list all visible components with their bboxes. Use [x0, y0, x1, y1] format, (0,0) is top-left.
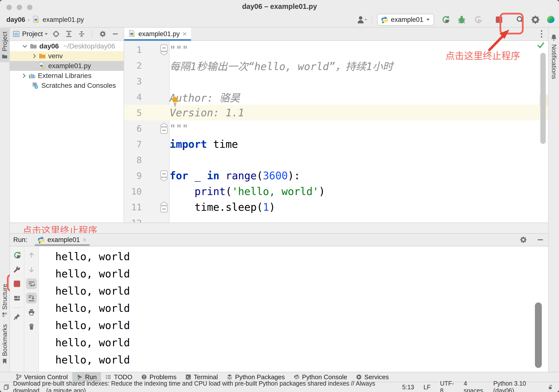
close-tab-icon[interactable]	[182, 31, 187, 36]
status-message[interactable]: Download pre-built shared indexes: Reduc…	[13, 380, 402, 392]
tree-row-day06[interactable]: day06 ~/Desktop/day06	[10, 41, 124, 51]
rerun-program-button[interactable]	[12, 250, 22, 261]
chevron-down-icon[interactable]	[44, 33, 48, 35]
python-file-icon	[38, 62, 46, 70]
expand-all-icon[interactable]	[65, 30, 72, 37]
code-line-3[interactable]: 3	[124, 73, 548, 89]
line-number: 11	[124, 202, 142, 212]
inspections-ok-check-icon[interactable]	[537, 42, 544, 48]
code-line-12[interactable]: 12	[124, 215, 548, 223]
code-line-4[interactable]: 4Author: 骆昊	[124, 89, 548, 105]
code-line-5[interactable]: 5Version: 1.1	[124, 105, 548, 121]
down-stacktrace-icon[interactable]	[26, 264, 37, 275]
code-text: import time	[170, 138, 238, 150]
up-stacktrace-icon[interactable]	[26, 250, 37, 261]
tree-path: ~/Desktop/day06	[63, 42, 115, 50]
editor-tab-example01[interactable]: example01.py	[124, 28, 191, 40]
interpreter[interactable]: Python 3.10 (day06)	[493, 380, 539, 392]
caret-position[interactable]: 5:13	[402, 384, 414, 391]
code-line-11[interactable]: 11 time.sleep(1)	[124, 199, 548, 215]
chevron-expanded-icon[interactable]	[22, 45, 28, 48]
line-number: 10	[124, 186, 142, 196]
print-icon[interactable]	[26, 307, 37, 318]
hide-panel-icon[interactable]	[112, 31, 118, 37]
line-ending[interactable]: LF	[424, 384, 431, 391]
jetbrains-space-icon[interactable]	[546, 15, 556, 25]
toolbar-separator	[372, 15, 372, 24]
code-text: Version: 1.1	[170, 107, 244, 119]
tool-tab-bookmarks-label: Bookmarks	[1, 324, 9, 356]
bell-icon[interactable]	[551, 34, 557, 41]
chevron-collapsed-icon[interactable]	[22, 73, 26, 78]
user-account-icon[interactable]	[357, 15, 367, 25]
customize-wrench-icon[interactable]	[12, 264, 22, 275]
fold-column	[142, 201, 170, 213]
code-line-10[interactable]: 10 print('hello, world')	[124, 183, 548, 199]
line-number: 8	[124, 155, 142, 165]
more-options-kebab-icon[interactable]	[540, 30, 543, 38]
shared-indexes-icon	[3, 384, 9, 390]
tree-row-example01[interactable]: example01.py	[10, 61, 124, 71]
code-line-8[interactable]: 8	[124, 152, 548, 168]
tool-tab-bookmarks[interactable]: Bookmarks	[1, 321, 9, 367]
main-toolbar: example01	[357, 14, 556, 26]
code-line-7[interactable]: 7import time	[124, 136, 548, 152]
pin-tab-icon[interactable]	[12, 311, 22, 322]
run-settings-gear-icon[interactable]	[520, 236, 527, 243]
code-text: """	[170, 122, 188, 135]
run-tab-example01[interactable]: example01	[35, 234, 90, 246]
console-output[interactable]: hello, worldhello, worldhello, worldhell…	[39, 246, 548, 372]
breadcrumb-project[interactable]: day06	[6, 16, 25, 24]
profiler-button[interactable]	[473, 15, 483, 25]
editor-scrollbar[interactable]	[540, 53, 546, 144]
soft-wrap-toggle[interactable]	[26, 278, 37, 289]
settings-gear-icon[interactable]	[530, 15, 540, 25]
fold-end-marker[interactable]	[160, 201, 168, 213]
collapse-all-icon[interactable]	[78, 30, 85, 37]
python-logo-icon	[38, 236, 45, 243]
folder-icon	[2, 54, 7, 59]
chevron-collapsed-icon[interactable]	[32, 53, 36, 59]
close-tab-icon[interactable]	[82, 238, 87, 242]
code-line-6[interactable]: 6 """	[124, 121, 548, 136]
folder-icon	[30, 43, 37, 49]
unlocked-icon[interactable]	[548, 384, 553, 390]
code-area[interactable]: 1 """2每隔1秒输出一次“hello, world”，持续1小时34Auth…	[124, 41, 548, 223]
fold-end-marker[interactable]	[160, 123, 168, 134]
file-encoding[interactable]: UTF-8	[440, 380, 454, 392]
scroll-to-end-toggle[interactable]	[26, 293, 37, 303]
project-panel-title: Project	[22, 30, 43, 38]
code-line-9[interactable]: 9 for _ in range(3600):	[124, 168, 548, 183]
project-tree: day06 ~/Desktop/day06 venv example01.py	[10, 41, 124, 90]
clear-console-trash-icon[interactable]	[26, 321, 37, 332]
stop-program-button[interactable]	[12, 278, 22, 289]
tree-row-external-libraries[interactable]: External Libraries	[10, 71, 124, 81]
hide-run-panel-icon[interactable]	[537, 236, 544, 243]
tool-tab-project[interactable]: Project	[0, 28, 10, 62]
toolwin-label: Version Control	[24, 373, 68, 381]
console-line: hello, world	[39, 334, 548, 351]
locate-file-icon[interactable]	[53, 30, 59, 37]
fold-start-marker[interactable]	[160, 170, 168, 181]
console-scrollbar[interactable]	[535, 302, 542, 368]
line-number: 6	[124, 123, 142, 134]
intention-bulb-icon[interactable]	[171, 96, 179, 107]
run-panel-title: Run:	[13, 236, 27, 244]
toolwin-label: TODO	[114, 373, 132, 381]
rerun-button[interactable]	[441, 15, 450, 25]
code-text: time.sleep(1)	[170, 201, 275, 213]
breadcrumb-file[interactable]: example01.py	[43, 16, 84, 24]
indent-size[interactable]: 4 spaces	[464, 380, 484, 392]
restore-layout-icon[interactable]	[12, 293, 22, 303]
editor-tab-bar: example01.py	[124, 28, 548, 41]
line-number: 5	[124, 108, 142, 118]
console-line: hello, world	[39, 317, 548, 334]
fold-start-marker[interactable]	[160, 44, 168, 55]
tree-row-venv[interactable]: venv	[10, 51, 124, 61]
run-toolbar-left	[10, 246, 24, 372]
panel-settings-gear-icon[interactable]	[99, 30, 106, 37]
debug-button[interactable]	[457, 15, 467, 25]
run-configuration-select[interactable]: example01	[377, 14, 434, 26]
tree-row-scratches[interactable]: Scratches and Consoles	[10, 81, 124, 90]
tool-tab-notifications[interactable]: Notifications	[550, 41, 558, 83]
